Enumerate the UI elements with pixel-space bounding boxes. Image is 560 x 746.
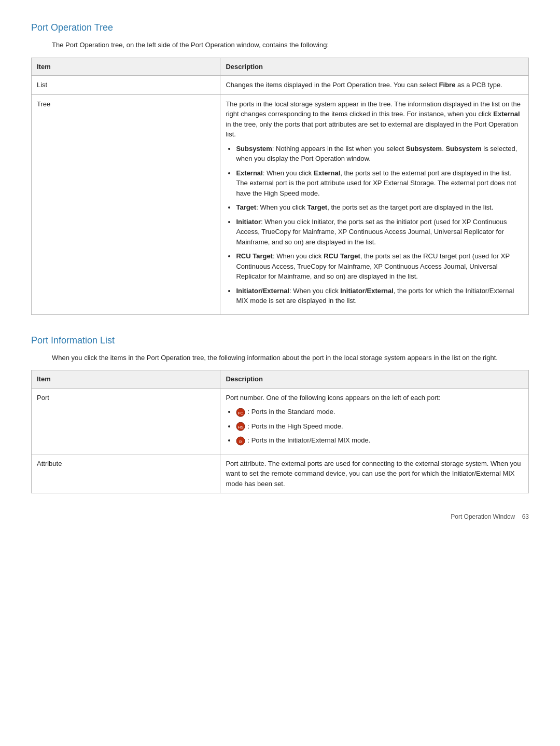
- svg-text:HS: HS: [238, 425, 244, 430]
- list-item: HS : Ports in the High Speed mode.: [236, 421, 523, 432]
- section1-intro: The Port Operation tree, on the left sid…: [52, 40, 529, 50]
- list-item: IX : Ports in the Initiator/External MIX…: [236, 435, 523, 446]
- item-tree: Tree: [32, 94, 220, 314]
- section2-title: Port Information List: [31, 334, 529, 348]
- svg-text:IX: IX: [239, 440, 243, 444]
- list-item: Initiator: When you click Initiator, the…: [236, 217, 523, 247]
- table-row: Attribute Port attribute. The external p…: [32, 454, 529, 493]
- section1-title: Port Operation Tree: [31, 21, 529, 35]
- port-icon-mix: IX: [236, 436, 245, 446]
- list-item: Subsystem: Nothing appears in the list w…: [236, 144, 523, 164]
- footer: Port Operation Window 63: [31, 512, 529, 521]
- desc-attribute: Port attribute. The external ports are u…: [220, 454, 529, 493]
- desc-port: Port number. One of the following icons …: [220, 388, 529, 454]
- section2-table: Item Description Port Port number. One o…: [31, 370, 529, 493]
- section2-intro: When you click the items in the Port Ope…: [52, 353, 529, 363]
- port-icon-highspeed: HS: [236, 422, 245, 431]
- item-attribute: Attribute: [32, 454, 220, 493]
- port-icon-standard: FC: [236, 408, 245, 417]
- list-item: Initiator/External: When you click Initi…: [236, 286, 523, 306]
- desc-tree: The ports in the local storage system ap…: [220, 94, 529, 314]
- item-list: List: [32, 76, 220, 95]
- table-row: List Changes the items displayed in the …: [32, 76, 529, 95]
- col2-header: Description: [220, 370, 529, 389]
- table-row: Port Port number. One of the following i…: [32, 388, 529, 454]
- section1-table: Item Description List Changes the items …: [31, 58, 529, 315]
- list-item: External: When you click External, the p…: [236, 168, 523, 199]
- col2-header: Description: [220, 58, 529, 76]
- list-item: Target: When you click Target, the ports…: [236, 202, 523, 213]
- item-port: Port: [32, 388, 220, 454]
- col1-header: Item: [32, 58, 220, 76]
- footer-text: Port Operation Window: [451, 513, 515, 520]
- page-number: 63: [522, 513, 529, 520]
- table-row: Tree The ports in the local storage syst…: [32, 94, 529, 314]
- list-item: FC : Ports in the Standard mode.: [236, 407, 523, 417]
- list-item: RCU Target: When you click RCU Target, t…: [236, 251, 523, 282]
- col1-header: Item: [32, 370, 220, 389]
- desc-list: Changes the items displayed in the Port …: [220, 76, 529, 95]
- svg-text:FC: FC: [238, 411, 244, 416]
